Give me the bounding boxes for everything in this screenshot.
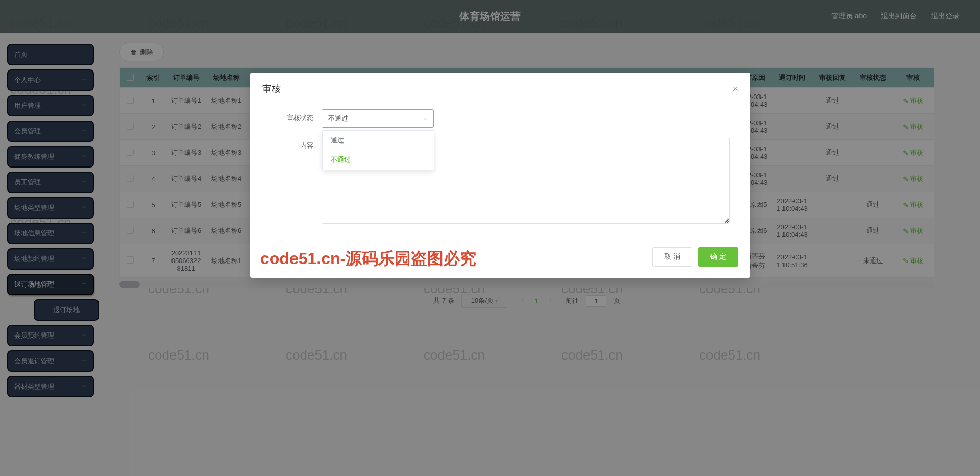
confirm-button[interactable]: 确 定 xyxy=(698,247,738,267)
resize-handle-icon: ◢ xyxy=(724,217,728,222)
option-fail[interactable]: 不通过 xyxy=(323,150,434,170)
audit-dialog: 审核 × 审核状态 不通过 ︿ 👆 通过 不通过 内容 ◢ xyxy=(250,73,750,278)
status-select[interactable]: 不通过 ︿ 👆 通过 不通过 xyxy=(322,109,434,128)
status-label: 审核状态 xyxy=(271,109,322,123)
chevron-up-icon: ︿ xyxy=(423,115,428,122)
content-label: 内容 xyxy=(271,137,322,150)
cancel-button[interactable]: 取 消 xyxy=(652,247,692,267)
big-watermark: code51.cn-源码乐园盗图必究 xyxy=(260,248,476,270)
close-icon[interactable]: × xyxy=(732,84,738,94)
dialog-title: 审核 xyxy=(262,83,281,95)
option-pass[interactable]: 通过 xyxy=(323,131,434,150)
status-dropdown: 通过 不通过 xyxy=(322,130,434,170)
